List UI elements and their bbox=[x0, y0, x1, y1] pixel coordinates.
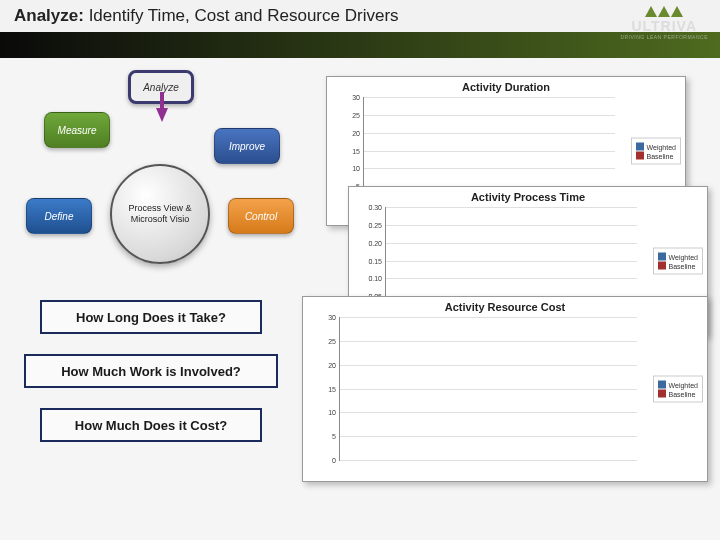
legend-weighted: Weighted bbox=[669, 253, 698, 260]
node-improve: Improve bbox=[214, 128, 280, 164]
chart-legend: Weighted Baseline bbox=[653, 376, 703, 403]
dmaic-diagram: Analyze Measure Improve Define Control P… bbox=[18, 70, 318, 280]
brand-name: ULTRIVA bbox=[620, 18, 708, 34]
chart-legend: Weighted Baseline bbox=[631, 138, 681, 165]
node-control: Control bbox=[228, 198, 294, 234]
legend-weighted: Weighted bbox=[669, 381, 698, 388]
chart-activity-resource-cost: Activity Resource Cost 051015202530 Weig… bbox=[302, 296, 708, 482]
legend-weighted: Weighted bbox=[647, 143, 676, 150]
chart-title: Activity Process Time bbox=[349, 187, 707, 205]
legend-baseline: Baseline bbox=[669, 390, 696, 397]
title-bold: Analyze: bbox=[14, 6, 84, 25]
chart-title: Activity Resource Cost bbox=[303, 297, 707, 315]
triangle-icon bbox=[671, 6, 683, 17]
chart-title: Activity Duration bbox=[327, 77, 685, 95]
node-measure: Measure bbox=[44, 112, 110, 148]
question-box-work: How Much Work is Involved? bbox=[24, 354, 278, 388]
chart-legend: Weighted Baseline bbox=[653, 248, 703, 275]
triangle-icon bbox=[645, 6, 657, 17]
page-title: Analyze: Identify Time, Cost and Resourc… bbox=[14, 6, 399, 26]
node-define: Define bbox=[26, 198, 92, 234]
title-rest: Identify Time, Cost and Resource Drivers bbox=[84, 6, 399, 25]
triangle-icon bbox=[658, 6, 670, 17]
legend-baseline: Baseline bbox=[669, 262, 696, 269]
slide-header: Analyze: Identify Time, Cost and Resourc… bbox=[0, 0, 720, 58]
legend-baseline: Baseline bbox=[647, 152, 674, 159]
arrow-down-icon bbox=[156, 108, 168, 122]
hub-circle: Process View & Microsoft Visio bbox=[110, 164, 210, 264]
question-box-cost: How Much Does it Cost? bbox=[40, 408, 262, 442]
question-box-time: How Long Does it Take? bbox=[40, 300, 262, 334]
brand-tagline: DRIVING LEAN PERFORMANCE bbox=[620, 34, 708, 40]
brand-logo: ULTRIVA DRIVING LEAN PERFORMANCE bbox=[620, 6, 708, 40]
